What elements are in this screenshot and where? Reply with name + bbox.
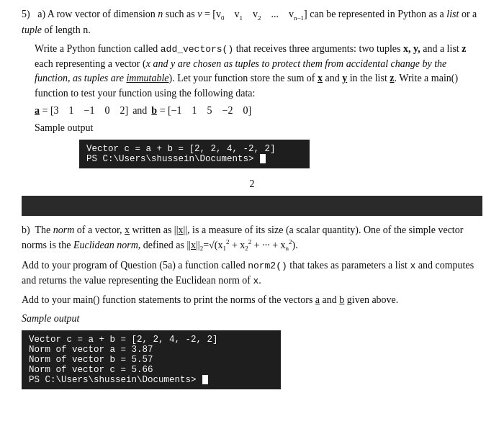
- norm-word: norm: [53, 225, 75, 235]
- x-param: x: [410, 261, 415, 271]
- question-number: 5): [22, 9, 30, 19]
- norm2-code: norm2(): [248, 261, 287, 271]
- terminal-b-wrapper: Vector c = a + b = [2, 2, 4, -2, 2] Norm…: [22, 327, 482, 394]
- list-word: list: [446, 9, 459, 19]
- xy-vars: x, y,: [403, 43, 420, 54]
- terminal-line-b-4: Norm of vector c = 5.66: [29, 365, 274, 375]
- terminal-box-a: Vector c = a + b = [2, 2, 4, -2, 2] PS C…: [79, 140, 310, 168]
- sample-output-label-b: Sample output: [22, 312, 482, 326]
- and-word: and: [132, 105, 147, 117]
- italic-explanation: x and y are chosen as tuples to protect …: [35, 58, 446, 83]
- terminal-line-b-1: Vector c = a + b = [2, 2, 4, -2, 2]: [29, 335, 274, 345]
- or-word: or a: [459, 9, 477, 19]
- math-data-line: a = [3 1 −1 0 2] and b = [−1 1 5 −2 0]: [35, 105, 482, 117]
- y-bold-underline: y: [342, 73, 347, 83]
- terminal-box-b: Vector c = a + b = [2, 2, 4, -2, 2] Norm…: [22, 330, 281, 389]
- x-param2: x: [253, 276, 259, 286]
- a-eq: a = [3 1 −1 0 2]: [35, 105, 128, 117]
- terminal-a-wrapper: Vector c = a + b = [2, 2, 4, -2, 2] PS C…: [79, 137, 482, 173]
- part-a-label: a) A row vector of dimension: [37, 9, 158, 19]
- euclidean-norm-italic: Euclidean norm: [73, 240, 138, 250]
- dark-divider: [22, 196, 482, 216]
- part-a-para1: 5) a) A row vector of dimension n such a…: [22, 7, 482, 37]
- terminal-line-a-1: Vector c = a + b = [2, 2, 4, -2, 2]: [86, 144, 302, 154]
- immutable-word: immutable: [126, 73, 168, 83]
- of-length-n: of length n.: [42, 24, 91, 35]
- terminal-line-b-3: Norm of vector b = 5.57: [29, 355, 274, 365]
- part-b-para1: b) The norm of a vector, x written as ||…: [22, 223, 482, 254]
- b-eq: b = [−1 1 5 −2 0]: [151, 105, 251, 117]
- part-b-section: b) The norm of a vector, x written as ||…: [22, 223, 482, 394]
- question-5: 5) a) A row vector of dimension n such a…: [22, 7, 482, 394]
- equals-bracket: = [v0 v1 v2 ... vn−1] can be represented…: [202, 9, 446, 19]
- x-norm-underline: x: [178, 225, 183, 235]
- terminal-line-a-2: PS C:\Users\shussein\Documents>: [86, 154, 302, 164]
- x-bold-underline: x: [318, 73, 323, 83]
- sample-output-label-a: Sample output: [35, 121, 482, 135]
- b-underline: b: [339, 294, 344, 305]
- z-var: z: [462, 43, 466, 54]
- tuple-word: tuple: [22, 24, 42, 35]
- terminal-line-b-2: Norm of vector a = 3.87: [29, 345, 274, 355]
- text-such-as: such as: [163, 9, 197, 19]
- a-underline: a: [315, 294, 320, 305]
- add-vectors-code: add_vectors(): [161, 44, 233, 55]
- b-label: b): [22, 225, 35, 235]
- terminal-line-b-5: PS C:\Users\shussein\Documents>: [29, 375, 274, 385]
- part-a-para2: Write a Python function called add_vecto…: [35, 42, 482, 101]
- page-number: 2: [22, 178, 482, 190]
- z-bold-underline: z: [390, 73, 394, 83]
- part-b-para2: Add to your program of Question (5a) a f…: [22, 258, 482, 289]
- x-underline: x: [125, 225, 130, 235]
- x-norm2-underline: x: [191, 240, 196, 250]
- part-b-para3: Add to your main() function statements t…: [22, 293, 482, 307]
